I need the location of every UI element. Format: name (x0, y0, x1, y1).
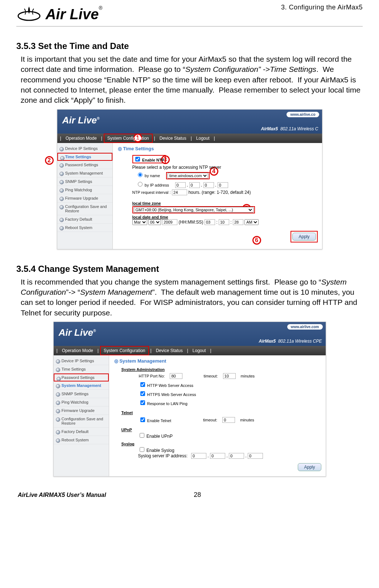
sy-ip3[interactable] (229, 453, 244, 459)
ip-2[interactable] (189, 182, 200, 188)
s2-fw[interactable]: Firmware Upgrade (54, 407, 109, 415)
radio-by-ip[interactable] (138, 182, 143, 187)
in-hh[interactable] (205, 219, 215, 225)
sel-day[interactable]: 06 (148, 219, 161, 225)
side-ip[interactable]: Device IP Settings (57, 144, 112, 153)
s2-ip[interactable]: Device IP Settings (54, 357, 109, 365)
nav-sys-config[interactable]: System Configuration (104, 134, 153, 143)
screenshot-sys-mgmt: www.airlive.com Air Live® AirMax5 802.11… (53, 322, 326, 477)
nav2-op-mode[interactable]: Operation Mode (59, 347, 96, 355)
side-reboot[interactable]: Reboot System (57, 224, 112, 232)
divider (16, 26, 363, 26)
cb-ping[interactable] (140, 400, 145, 405)
section-title-2: 3.5.4 Change System Management (16, 264, 363, 274)
section-2-body: It is recommended that you change the sy… (16, 277, 363, 318)
cb-http[interactable] (140, 382, 145, 387)
h-upnp: UPnP (121, 428, 321, 432)
in-timeout[interactable] (223, 373, 236, 379)
cb-syslog[interactable] (140, 447, 144, 452)
side-save[interactable]: Configuration Save and Restore (57, 203, 112, 215)
ss2-logo: Air Live® (59, 327, 96, 338)
sy-ip4[interactable] (248, 453, 263, 459)
chk-enable-ntp[interactable] (135, 157, 140, 162)
page-number: 28 (194, 491, 201, 499)
s2-pwd[interactable]: Password Settings (54, 373, 109, 381)
nav2-logout[interactable]: Logout (190, 347, 209, 355)
sel-mon[interactable]: Mar (132, 219, 147, 225)
cb-upnp[interactable] (140, 433, 144, 438)
section-1-body: It is important that you set the date an… (16, 54, 363, 106)
interval-note: hours. (range: 1-720, default 24) (188, 190, 251, 195)
in-telnet-to[interactable] (222, 417, 235, 423)
ss2-url: www.airlive.com (287, 324, 323, 330)
s2-ping[interactable]: Ping Watchdog (54, 398, 109, 407)
l-min: minutes (239, 372, 257, 380)
l-timeout: timeout: (201, 372, 220, 380)
footer-left: AirLive AIRMAX5 User’s Manual (18, 492, 106, 498)
chapter-label: 3. Configuring the AirMax5 (281, 4, 363, 11)
in-http-port[interactable] (170, 373, 182, 379)
s2-save[interactable]: Configuration Save and Restore (54, 415, 109, 428)
lbl-by-ip: by IP address (145, 183, 169, 187)
ss1-main: ◎ Time Settings Enable NTP Please select… (113, 143, 322, 249)
ip-3[interactable] (203, 182, 214, 188)
radio-by-name[interactable] (138, 172, 143, 177)
h-syslog: Syslog (121, 442, 321, 446)
in-interval[interactable] (172, 189, 187, 195)
s2-reboot[interactable]: Reboot System (54, 436, 109, 444)
side-snmp[interactable]: SNMP Settings (57, 177, 112, 186)
nav2-dev-status[interactable]: Device Status (153, 347, 186, 355)
side-fw[interactable]: Firmware Upgrade (57, 194, 112, 203)
ip-4[interactable] (218, 182, 228, 188)
nav2-sys-config[interactable]: System Configuration (100, 346, 149, 355)
h-telnet: Telnet (121, 411, 321, 415)
lbl-hhmmss: (HH:MM:SS) (179, 220, 203, 225)
btn-apply-2[interactable]: Apply (298, 463, 321, 471)
ss1-nav: |Operation Mode |System Configuration |D… (57, 134, 322, 143)
h-admin: System Administration (121, 367, 321, 372)
ip-1[interactable] (175, 182, 186, 188)
cb-telnet[interactable] (140, 417, 145, 422)
side-sysmgmt[interactable]: System Management (57, 169, 112, 177)
ss2-nav: |Operation Mode |System Configuration |D… (54, 346, 326, 355)
lbl-tz: local time zone (132, 201, 318, 205)
ntp-note: Please select a type for accessing NTP s… (132, 165, 318, 170)
s2-time[interactable]: Time Settings (54, 365, 109, 373)
callout-2: 2 (45, 156, 54, 165)
ss2-sidebar: Device IP Settings Time Settings Passwor… (54, 355, 109, 476)
lbl-enable-ntp: Enable NTP (142, 158, 164, 162)
sel-ntp-server[interactable]: time.windows.com (168, 173, 208, 179)
ss2-main: ◎ System Management System Administratio… (109, 355, 326, 476)
sel-ampm[interactable]: AM (244, 219, 259, 225)
lbl-by-name: by name (145, 173, 160, 178)
in-mm[interactable] (219, 219, 229, 225)
sel-tz[interactable]: GMT+08:00 (Beijing, Hong Kong, Singapore… (134, 207, 254, 213)
s2-sysmgmt[interactable]: System Management (54, 381, 109, 390)
section-title-1: 3.5.3 Set the Time and Date (16, 41, 363, 51)
in-year[interactable] (162, 219, 177, 225)
s2-factory[interactable]: Factory Default (54, 428, 109, 436)
nav-dev-status[interactable]: Device Status (157, 134, 189, 142)
ss1-url: www.airlive.co (287, 112, 319, 117)
btn-apply-1[interactable]: Apply (292, 233, 316, 241)
ss2-header: www.airlive.com Air Live® AirMax5 802.11… (54, 322, 326, 346)
page-footer: AirLive AIRMAX5 User’s Manual 28 (16, 491, 363, 499)
l-http-port: HTTP Port No: (137, 372, 167, 380)
ss1-header: www.airlive.co Air Live® AirMax5 802.11a… (57, 110, 322, 134)
side-pwd[interactable]: Password Settings (57, 161, 112, 169)
sy-ip2[interactable] (210, 453, 225, 459)
sy-ip1[interactable] (191, 453, 206, 459)
lbl-interval: NTP request interval : (132, 190, 171, 195)
side-ping[interactable]: Ping Watchdog (57, 186, 112, 194)
nav-logout[interactable]: Logout (193, 134, 213, 142)
l-syslog-ip: Syslog server IP address: (138, 453, 188, 458)
ss1-sidebar: Device IP Settings Time Settings Passwor… (57, 143, 113, 249)
cb-https[interactable] (140, 391, 145, 396)
in-ss[interactable] (233, 219, 243, 225)
side-time[interactable]: Time Settings (57, 153, 112, 161)
side-factory[interactable]: Factory Default (57, 215, 112, 224)
ss1-logo: Air Live® (62, 115, 100, 126)
nav-op-mode[interactable]: Operation Mode (63, 134, 100, 142)
screenshot-time-settings: 1 2 3 4 5 6 www.airlive.co Air Live® Air… (57, 109, 322, 249)
s2-snmp[interactable]: SNMP Settings (54, 390, 109, 398)
